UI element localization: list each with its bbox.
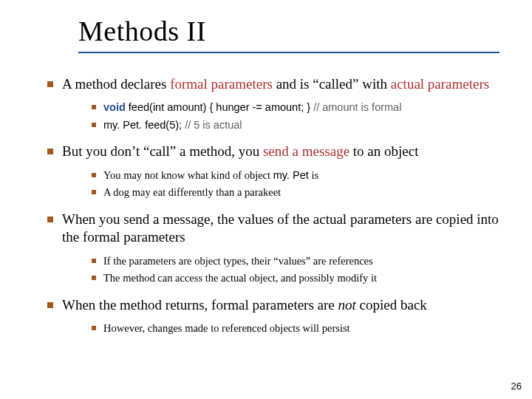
code: feed(int amount) { hunger -= amount; } <box>126 101 313 113</box>
sublist: void feed(int amount) { hunger -= amount… <box>62 100 505 132</box>
title-underline: Methods II <box>78 15 499 53</box>
term-send-message: send a message <box>263 143 349 159</box>
term-actual: actual parameters <box>391 76 489 92</box>
bullet-list-level1: A method declares formal parameters and … <box>27 75 505 336</box>
comment: // 5 is actual <box>185 119 242 131</box>
sublist: You may not know what kind of object my.… <box>62 168 505 200</box>
bullet-not-copied-back: When the method returns, formal paramete… <box>47 296 505 336</box>
text: But you don’t “call” a method, you <box>62 143 263 159</box>
sub-modify: The method can access the actual object,… <box>92 271 505 286</box>
slide-body: A method declares formal parameters and … <box>27 75 505 336</box>
bullet-copied-into: When you send a message, the values of t… <box>47 211 505 286</box>
bullet-send-message: But you don’t “call” a method, you send … <box>47 143 505 200</box>
slide-title: Methods II <box>78 15 499 47</box>
sub-dog-parakeet: A dog may eat differently than a parakee… <box>92 185 505 200</box>
code-line-2: my. Pet. feed(5); // 5 is actual <box>92 118 505 133</box>
emph-not: not <box>338 297 356 313</box>
text: You may not know what kind of object <box>103 169 273 181</box>
text: is <box>309 169 318 181</box>
code-mypet: my. Pet <box>273 169 309 181</box>
sub-refs: If the parameters are object types, thei… <box>92 254 505 269</box>
text: copied back <box>356 297 427 313</box>
text: When you send a message, the values of t… <box>62 211 499 245</box>
sublist: If the parameters are object types, thei… <box>62 254 505 286</box>
text: When the method returns, formal paramete… <box>62 297 338 313</box>
text: A method declares <box>62 76 170 92</box>
code-line-1: void feed(int amount) { hunger -= amount… <box>92 100 505 115</box>
term-formal: formal parameters <box>170 76 273 92</box>
sub-unknown-object: You may not know what kind of object my.… <box>92 168 505 183</box>
sublist: However, changes made to referenced obje… <box>62 321 505 336</box>
code: my. Pet. feed(5); <box>103 119 185 131</box>
keyword-void: void <box>103 101 126 113</box>
sub-persist: However, changes made to referenced obje… <box>92 321 505 336</box>
comment: // amount is formal <box>313 101 401 113</box>
text: and is “called” with <box>273 76 391 92</box>
text: to an object <box>349 143 418 159</box>
bullet-declares: A method declares formal parameters and … <box>47 75 505 132</box>
slide: Methods II A method declares formal para… <box>0 0 532 399</box>
page-number: 26 <box>511 381 522 392</box>
